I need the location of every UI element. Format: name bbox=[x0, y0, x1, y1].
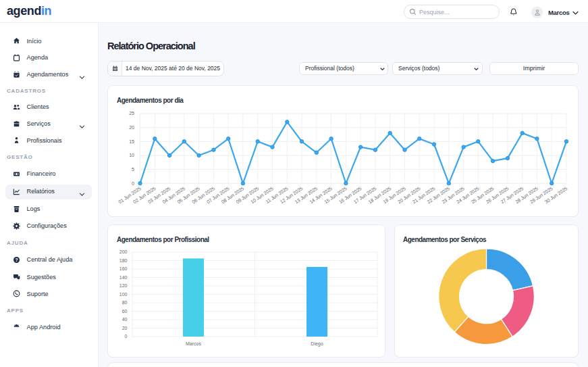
svg-text:160: 160 bbox=[119, 266, 128, 271]
svg-text:80: 80 bbox=[122, 300, 128, 305]
svg-text:0: 0 bbox=[125, 334, 128, 339]
svg-text:200: 200 bbox=[119, 249, 128, 254]
svg-text:100: 100 bbox=[119, 292, 128, 297]
svg-text:60: 60 bbox=[122, 309, 128, 314]
svg-text:180: 180 bbox=[119, 258, 128, 263]
svg-text:5: 5 bbox=[132, 167, 134, 172]
svg-text:?: ? bbox=[15, 257, 18, 262]
svg-text:40: 40 bbox=[122, 317, 128, 322]
svg-text:140: 140 bbox=[119, 275, 128, 280]
svg-text:10: 10 bbox=[129, 153, 134, 157]
svg-text:120: 120 bbox=[119, 283, 128, 288]
svg-text:25: 25 bbox=[129, 111, 134, 116]
svg-text:20: 20 bbox=[122, 326, 128, 331]
svg-text:Marcos: Marcos bbox=[186, 341, 201, 346]
svg-text:Diego: Diego bbox=[311, 341, 323, 347]
svg-text:15: 15 bbox=[129, 139, 134, 144]
svg-text:0: 0 bbox=[132, 181, 134, 186]
svg-text:20: 20 bbox=[129, 125, 134, 130]
